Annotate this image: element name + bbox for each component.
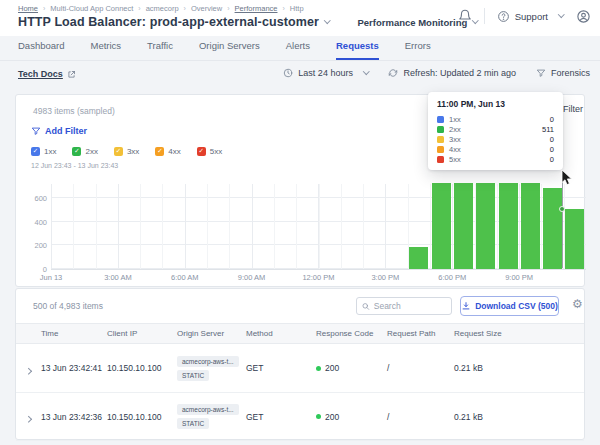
checkbox-5xx-label: 5xx	[210, 147, 222, 156]
row-expand-chevron-icon[interactable]	[26, 359, 36, 377]
tooltip-row-1xx: 1xx0	[437, 114, 554, 124]
tooltip-label: 4xx	[449, 145, 461, 154]
table-row[interactable]: 13 Jun 23:42:36 10.150.10.100 acmecorp-a…	[16, 393, 584, 441]
requests-bar-chart[interactable]	[51, 184, 586, 270]
time-range-label: Last 24 hours	[298, 68, 353, 78]
chart-bar-2xx[interactable]	[409, 247, 428, 269]
checkbox-2xx-box	[72, 147, 81, 156]
col-origin-server[interactable]: Origin Server	[177, 329, 246, 338]
chart-bar-2xx[interactable]	[476, 183, 495, 269]
forensics-label: Forensics	[551, 68, 590, 78]
legend-swatch-4xx	[437, 146, 444, 153]
breadcrumb-overview[interactable]: Overview	[191, 4, 222, 13]
tooltip-value: 0	[550, 115, 554, 124]
col-time[interactable]: Time	[41, 329, 107, 338]
chart-bar-2xx[interactable]	[432, 183, 451, 269]
refresh-button[interactable]: Refresh: Updated 2 min ago	[388, 68, 516, 78]
breadcrumb: Home› Multi-Cloud App Connect› acmecorp›…	[18, 4, 304, 13]
col-request-path[interactable]: Request Path	[387, 329, 454, 338]
table-search[interactable]	[356, 297, 452, 315]
requests-table-panel: 500 of 4,983 items Download CSV (500) ⚙ …	[15, 288, 585, 440]
download-csv-button[interactable]: Download CSV (500)	[460, 296, 559, 316]
chart-y-axis: 0200400600	[16, 184, 47, 270]
tab-bar: Dashboard Metrics Traffic Origin Servers…	[0, 36, 600, 61]
cell-time: 13 Jun 23:42:36	[41, 412, 107, 422]
breadcrumb-acmecorp[interactable]: acmecorp	[146, 4, 179, 13]
notifications-bell-icon[interactable]	[458, 9, 472, 23]
title-chevron-down-icon[interactable]	[324, 17, 330, 23]
chart-filter-button[interactable]: Filter	[563, 104, 583, 114]
tab-requests[interactable]: Requests	[336, 40, 379, 60]
checkbox-4xx[interactable]: 4xx	[155, 147, 180, 156]
chart-bar-2xx[interactable]	[454, 183, 473, 269]
forensics-button[interactable]: Forensics	[536, 68, 590, 78]
checkbox-3xx[interactable]: 3xx	[114, 147, 139, 156]
page-title: HTTP Load Balancer: prod-app-external-cu…	[18, 15, 319, 29]
table-summary: 500 of 4,983 items	[33, 301, 103, 311]
col-response-code[interactable]: Response Code	[316, 329, 387, 338]
controls-row: Tech Docs Last 24 hours Refresh: Updated…	[0, 62, 600, 90]
sampled-items-count: 4983 items (sampled)	[33, 106, 115, 116]
support-menu[interactable]: Support	[497, 10, 564, 23]
checkbox-4xx-box	[155, 147, 164, 156]
cell-origin-server: acmecorp-aws-t...STATIC	[177, 354, 246, 382]
tooltip-row-3xx: 3xx0	[437, 134, 554, 144]
chart-bar-2xx[interactable]	[521, 183, 540, 269]
add-filter-button[interactable]: Add Filter	[31, 126, 87, 136]
breadcrumb-multicloud[interactable]: Multi-Cloud App Connect	[50, 4, 133, 13]
x-tick-label: Jun 13	[40, 273, 63, 282]
cell-client-ip: 10.150.10.100	[107, 412, 177, 422]
clock-icon	[283, 68, 293, 78]
tab-errors[interactable]: Errors	[405, 40, 431, 60]
search-input[interactable]	[374, 301, 446, 311]
download-icon	[461, 301, 471, 311]
status-ok-dot-icon	[316, 366, 321, 371]
tooltip-value: 0	[550, 135, 554, 144]
cell-time: 13 Jun 23:42:41	[41, 363, 107, 373]
checkbox-2xx[interactable]: 2xx	[72, 147, 97, 156]
tooltip-row-2xx: 2xx511	[437, 124, 554, 134]
checkbox-5xx[interactable]: 5xx	[197, 147, 222, 156]
breadcrumb-separator: ›	[184, 5, 186, 12]
table-row[interactable]: 13 Jun 23:42:41 10.150.10.100 acmecorp-a…	[16, 344, 584, 393]
chart-bar-2xx[interactable]	[499, 183, 518, 269]
app-window: Home› Multi-Cloud App Connect› acmecorp›…	[0, 0, 600, 445]
tab-origin-servers[interactable]: Origin Servers	[199, 40, 260, 60]
x-tick-label: 3:00 AM	[104, 273, 132, 282]
chart-bar-2xx[interactable]	[565, 209, 584, 269]
chart-date-range: 12 Jun 23:43 - 13 Jun 23:43	[31, 162, 118, 169]
tab-metrics[interactable]: Metrics	[90, 40, 121, 60]
funnel-icon	[31, 126, 41, 136]
checkbox-1xx[interactable]: 1xx	[31, 147, 56, 156]
breadcrumb-separator: ›	[43, 5, 45, 12]
tab-alerts[interactable]: Alerts	[286, 40, 310, 60]
breadcrumb-home[interactable]: Home	[18, 4, 38, 13]
x-tick-label: 12:00 PM	[302, 273, 334, 282]
breadcrumb-performance[interactable]: Performance	[235, 4, 278, 13]
row-expand-chevron-icon[interactable]	[26, 408, 36, 426]
user-menu[interactable]	[576, 9, 600, 24]
top-header: Home› Multi-Cloud App Connect› acmecorp›…	[0, 0, 600, 36]
checkbox-2xx-label: 2xx	[85, 147, 97, 156]
legend-swatch-5xx	[437, 156, 444, 163]
tooltip-value: 0	[550, 155, 554, 164]
cell-request-size: 0.21 kB	[454, 412, 584, 422]
tab-dashboard[interactable]: Dashboard	[18, 40, 64, 60]
col-request-size[interactable]: Request Size	[454, 329, 584, 338]
tech-docs-link[interactable]: Tech Docs	[18, 69, 76, 79]
cell-method: GET	[246, 363, 316, 373]
checkbox-4xx-label: 4xx	[168, 147, 180, 156]
chart-bar-2xx[interactable]	[543, 188, 562, 269]
col-method[interactable]: Method	[246, 329, 316, 338]
tab-traffic[interactable]: Traffic	[147, 40, 173, 60]
tooltip-row-5xx: 5xx0	[437, 154, 554, 164]
tooltip-label: 2xx	[449, 125, 461, 134]
chart-hover-marker-dot	[559, 206, 565, 212]
legend-swatch-2xx	[437, 126, 444, 133]
table-settings-gear-icon[interactable]: ⚙	[572, 298, 583, 310]
download-csv-label: Download CSV (500)	[475, 301, 558, 311]
status-class-filter-row: 1xx 2xx 3xx 4xx 5xx	[31, 147, 222, 156]
time-range-selector[interactable]: Last 24 hours	[283, 68, 368, 78]
col-client-ip[interactable]: Client IP	[107, 329, 177, 338]
time-range-chevron-down-icon	[363, 68, 369, 74]
